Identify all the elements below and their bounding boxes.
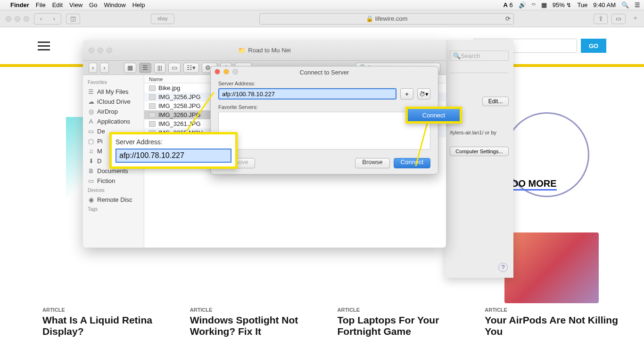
file-icon (149, 112, 156, 118)
article-card[interactable]: ARTICLE Your AirPods Are Not Killing You… (485, 307, 620, 340)
help-icon[interactable]: ? (498, 263, 508, 272)
forward-icon[interactable]: › (48, 14, 61, 24)
list-view-button[interactable]: ☰ (139, 63, 151, 73)
connect-to-server-dialog: Connect to Server Server Address: + ⏱▾ F… (210, 66, 438, 174)
arrange-button[interactable]: ☷▾ (183, 63, 199, 73)
macos-menubar: Finder File Edit View Go Window Help A 6… (0, 0, 644, 10)
address-bar[interactable]: 🔒 lifewire.com ⟳ (259, 13, 514, 25)
go-menu[interactable]: Go (89, 1, 97, 8)
sidebar-airdrop[interactable]: ◎AirDrop (83, 107, 144, 116)
callout-input: afp://100.78.10.227 (116, 149, 231, 163)
sidebar-icloud[interactable]: ☁iCloud Drive (83, 97, 144, 107)
finder-title: Road to Mu Nei (248, 47, 290, 54)
url-text: lifewire.com (375, 15, 408, 22)
file-icon (149, 94, 156, 100)
finder-titlebar: 📁Road to Mu Nei (83, 40, 446, 61)
callout-label: Server Address: (116, 138, 231, 146)
gallery-view-button[interactable]: ▭ (168, 63, 181, 73)
notification-icon[interactable]: ☰ (635, 1, 640, 8)
favorite-servers-label: Favorite Servers: (218, 104, 430, 110)
favorite-servers-list[interactable] (218, 112, 430, 149)
control-center-icon[interactable]: ▦ (541, 1, 547, 8)
devices-section-label: Devices (83, 186, 144, 195)
history-button[interactable]: ⏱▾ (417, 88, 430, 100)
spotlight-icon[interactable]: 🔍 (621, 1, 629, 8)
file-menu[interactable]: File (36, 1, 46, 8)
view-menu[interactable]: View (69, 1, 83, 8)
window-menu[interactable]: Window (104, 1, 125, 8)
article-card[interactable]: ARTICLE What Is A Liquid Retina Display?… (42, 307, 178, 340)
add-favorite-button[interactable]: + (400, 88, 413, 100)
server-address-label: Server Address: (218, 81, 430, 86)
connect-title: Connect to Server (300, 69, 349, 76)
icon-view-button[interactable]: ▦ (124, 63, 136, 73)
connect-window-controls[interactable] (215, 69, 238, 75)
sidebar-all-my-files[interactable]: ☰All My Files (83, 87, 144, 97)
back-icon[interactable]: ‹ (34, 14, 48, 24)
sidebar-toggle-icon[interactable]: ◫ (66, 14, 80, 24)
do-more-heading: DO MORE (512, 178, 557, 191)
browse-button[interactable]: Browse (355, 158, 389, 168)
lock-icon: 🔒 (366, 15, 373, 22)
help-menu[interactable]: Help (132, 1, 145, 8)
hamburger-icon[interactable] (38, 41, 50, 50)
finder-window-controls[interactable] (89, 48, 112, 53)
sharing-sheet: 🔍 Search Edit... /tylers-air.lan1/ or by… (445, 40, 513, 278)
clock-day[interactable]: Tue (577, 1, 587, 8)
connect-button[interactable]: Connect (394, 158, 430, 168)
file-icon (149, 85, 156, 91)
reload-icon[interactable]: ⟳ (505, 15, 511, 22)
sheet-search-input[interactable]: 🔍 Search (450, 50, 509, 61)
adobe-icon[interactable]: A 6 (503, 1, 512, 8)
favorites-section-label: Favorites (83, 78, 144, 87)
computer-settings-button[interactable]: Computer Settings... (450, 147, 509, 156)
sidebar-remote-disc[interactable]: ◉Remote Disc (83, 195, 144, 205)
ebay-favicon[interactable]: ebay (151, 14, 174, 24)
column-view-button[interactable]: ||| (154, 63, 165, 73)
server-address-input[interactable] (218, 88, 396, 100)
file-icon (149, 121, 156, 127)
edit-button[interactable]: Edit... (482, 97, 509, 106)
decorative-illustration (504, 232, 599, 303)
nav-back-forward[interactable]: ‹ › (34, 13, 61, 25)
sidebar-fiction[interactable]: ▭Fiction (83, 176, 144, 186)
app-menu[interactable]: Finder (10, 1, 29, 8)
safari-toolbar: ‹ › ◫ ebay 🔒 lifewire.com ⟳ ⇪ ▭ ＋ (0, 10, 644, 27)
battery-status[interactable]: 95% ↯ (553, 1, 572, 8)
article-card[interactable]: ARTICLE Top Laptops For Your Fortnight G… (338, 307, 473, 340)
connect-callout: Connect (405, 107, 462, 124)
sidebar-applications[interactable]: AApplications (83, 116, 144, 126)
share-icon[interactable]: ⇪ (594, 14, 608, 24)
tags-section-label: Tags (83, 205, 144, 214)
volume-icon[interactable]: 🔊 (519, 1, 526, 8)
site-search-go-button[interactable]: GO (581, 39, 606, 53)
clock-time[interactable]: 9:40 AM (593, 1, 616, 8)
server-address-callout: Server Address: afp://100.78.10.227 (109, 132, 238, 169)
sheet-text: /tylers-air.lan1/ or by (445, 130, 513, 135)
new-tab-icon[interactable]: ＋ (632, 14, 638, 24)
finder-back-button[interactable]: ‹ (89, 63, 97, 73)
file-icon (149, 103, 156, 109)
tabs-icon[interactable]: ▭ (611, 14, 626, 24)
wifi-icon[interactable]: ⌔ (532, 1, 536, 8)
article-card[interactable]: ARTICLE Windows Spotlight Not Working? F… (190, 307, 326, 340)
window-controls[interactable] (6, 16, 29, 22)
folder-icon: 📁 (238, 47, 246, 54)
edit-menu[interactable]: Edit (52, 1, 63, 8)
connect-titlebar: Connect to Server (211, 66, 438, 78)
finder-forward-button[interactable]: › (100, 63, 108, 73)
